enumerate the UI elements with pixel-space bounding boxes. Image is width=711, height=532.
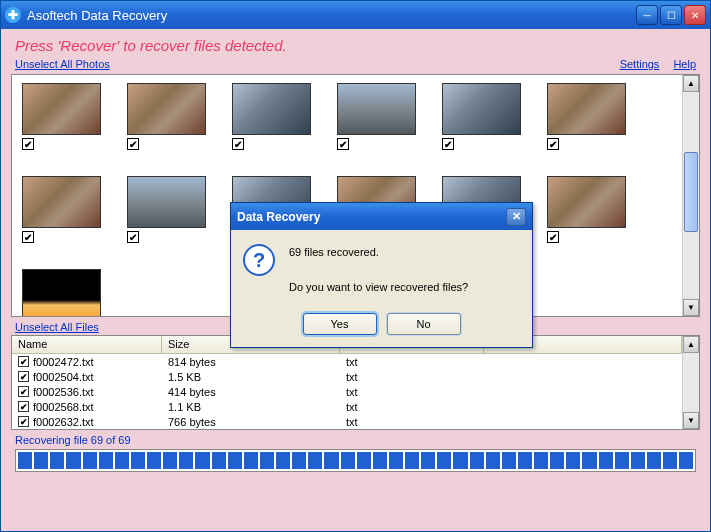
progress-segment <box>50 452 64 469</box>
yes-button[interactable]: Yes <box>303 313 377 335</box>
photo-item[interactable] <box>22 269 101 316</box>
help-link[interactable]: Help <box>673 58 696 70</box>
scroll-up-button[interactable]: ▲ <box>683 75 699 92</box>
progress-segment <box>260 452 274 469</box>
photo-checkbox[interactable]: ✔ <box>22 231 34 243</box>
photo-checkbox[interactable]: ✔ <box>547 138 559 150</box>
progress-segment <box>518 452 532 469</box>
cell-size: 814 bytes <box>162 356 340 368</box>
file-checkbox[interactable]: ✔ <box>18 401 29 412</box>
dialog-text: 69 files recovered. Do you want to view … <box>289 244 468 297</box>
scroll-down-button[interactable]: ▼ <box>683 299 699 316</box>
cell-size: 766 bytes <box>162 416 340 428</box>
settings-link[interactable]: Settings <box>620 58 660 70</box>
progress-segment <box>66 452 80 469</box>
photo-checkbox[interactable]: ✔ <box>127 231 139 243</box>
unselect-files-link[interactable]: Unselect All Files <box>15 321 99 333</box>
file-checkbox[interactable]: ✔ <box>18 371 29 382</box>
photo-item[interactable]: ✔ <box>337 83 416 150</box>
scroll-up-button[interactable]: ▲ <box>683 336 699 353</box>
scroll-thumb[interactable] <box>684 152 698 232</box>
file-checkbox[interactable]: ✔ <box>18 416 29 427</box>
table-row[interactable]: ✔f0002568.txt1.1 KBtxt <box>12 399 682 414</box>
files-panel: Name Size Extension ✔f0002472.txt814 byt… <box>11 335 700 430</box>
progress-segment <box>115 452 129 469</box>
photo-item[interactable]: ✔ <box>127 83 206 150</box>
table-row[interactable]: ✔f0002632.txt766 bytestxt <box>12 414 682 429</box>
progress-segment <box>163 452 177 469</box>
maximize-button[interactable]: ☐ <box>660 5 682 25</box>
dialog-close-button[interactable]: ✕ <box>506 208 526 226</box>
photo-thumbnail[interactable] <box>22 83 101 135</box>
photo-checkbox[interactable]: ✔ <box>442 138 454 150</box>
scroll-down-button[interactable]: ▼ <box>683 412 699 429</box>
photo-checkbox[interactable]: ✔ <box>337 138 349 150</box>
unselect-photos-link[interactable]: Unselect All Photos <box>15 58 110 70</box>
cell-size: 1.5 KB <box>162 371 340 383</box>
progress-segment <box>83 452 97 469</box>
recovery-dialog: Data Recovery ✕ ? 69 files recovered. Do… <box>230 202 533 348</box>
progress-segment <box>647 452 661 469</box>
progress-segment <box>324 452 338 469</box>
progress-segment <box>453 452 467 469</box>
files-table: Name Size Extension ✔f0002472.txt814 byt… <box>12 336 682 429</box>
table-row[interactable]: ✔f0002504.txt1.5 KBtxt <box>12 369 682 384</box>
progress-segment <box>357 452 371 469</box>
progress-segment <box>502 452 516 469</box>
table-row[interactable]: ✔f0002472.txt814 bytestxt <box>12 354 682 369</box>
table-body: ✔f0002472.txt814 bytestxt✔f0002504.txt1.… <box>12 354 682 429</box>
photo-thumbnail[interactable] <box>22 176 101 228</box>
progress-segment <box>389 452 403 469</box>
progress-segment <box>244 452 258 469</box>
dialog-title: Data Recovery <box>237 210 506 224</box>
photo-item[interactable]: ✔ <box>547 176 626 243</box>
dialog-body: ? 69 files recovered. Do you want to vie… <box>231 230 532 347</box>
table-row[interactable]: ✔f0002536.txt414 bytestxt <box>12 384 682 399</box>
scroll-track[interactable] <box>683 92 699 299</box>
photo-thumbnail[interactable] <box>337 83 416 135</box>
photo-checkbox[interactable]: ✔ <box>232 138 244 150</box>
cell-name: ✔f0002472.txt <box>12 356 162 368</box>
files-scrollbar[interactable]: ▲ ▼ <box>682 336 699 429</box>
progress-segment <box>679 452 693 469</box>
dialog-line2: Do you want to view recovered files? <box>289 279 468 297</box>
photo-checkbox[interactable]: ✔ <box>127 138 139 150</box>
photo-thumbnail[interactable] <box>547 83 626 135</box>
photo-thumbnail[interactable] <box>442 83 521 135</box>
close-button[interactable]: ✕ <box>684 5 706 25</box>
scroll-track[interactable] <box>683 353 699 412</box>
photo-item[interactable]: ✔ <box>442 83 521 150</box>
photo-thumbnail[interactable] <box>232 83 311 135</box>
file-checkbox[interactable]: ✔ <box>18 356 29 367</box>
progress-segment <box>292 452 306 469</box>
dialog-titlebar: Data Recovery ✕ <box>231 203 532 230</box>
progress-segment <box>147 452 161 469</box>
progress-segment <box>566 452 580 469</box>
progress-segment <box>18 452 32 469</box>
photo-item[interactable]: ✔ <box>22 176 101 243</box>
photo-thumbnail[interactable] <box>127 83 206 135</box>
progress-segment <box>534 452 548 469</box>
question-icon: ? <box>243 244 275 276</box>
progress-segment <box>437 452 451 469</box>
progress-segment <box>631 452 645 469</box>
cell-name: ✔f0002536.txt <box>12 386 162 398</box>
photo-item[interactable]: ✔ <box>547 83 626 150</box>
photo-thumbnail[interactable] <box>22 269 101 316</box>
file-checkbox[interactable]: ✔ <box>18 386 29 397</box>
dialog-buttons: Yes No <box>243 313 520 335</box>
progress-segment <box>308 452 322 469</box>
progress-segment <box>405 452 419 469</box>
progress-segments <box>18 452 693 469</box>
minimize-button[interactable]: ─ <box>636 5 658 25</box>
photo-thumbnail[interactable] <box>127 176 206 228</box>
photo-item[interactable]: ✔ <box>127 176 206 243</box>
no-button[interactable]: No <box>387 313 461 335</box>
photo-checkbox[interactable]: ✔ <box>547 231 559 243</box>
photo-thumbnail[interactable] <box>547 176 626 228</box>
photo-item[interactable]: ✔ <box>232 83 311 150</box>
photo-item[interactable]: ✔ <box>22 83 101 150</box>
column-name[interactable]: Name <box>12 336 162 353</box>
photo-checkbox[interactable]: ✔ <box>22 138 34 150</box>
photo-scrollbar[interactable]: ▲ ▼ <box>682 75 699 316</box>
